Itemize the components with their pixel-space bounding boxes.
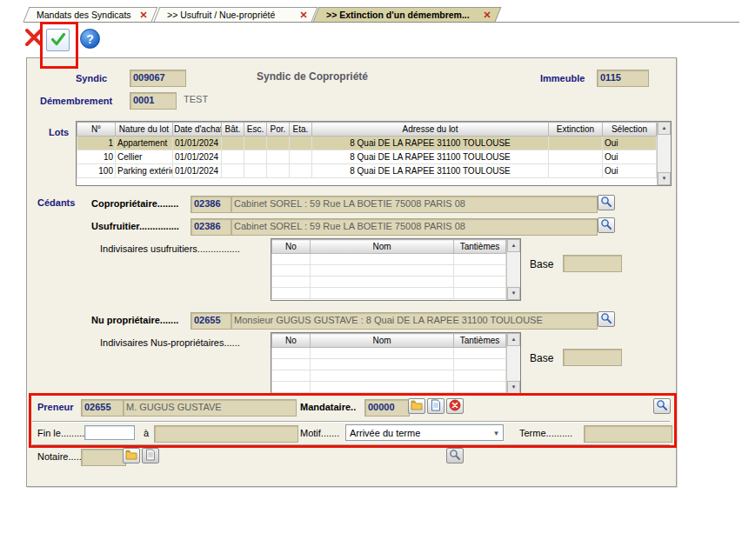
demembrement-name: TEST (184, 94, 208, 104)
preneur-name-field[interactable]: M. GUGUS GUSTAVE (123, 399, 297, 417)
mandataire-open-button[interactable] (408, 398, 425, 414)
scroll-down-icon[interactable]: ▼ (507, 381, 520, 394)
empty-cell (454, 277, 506, 288)
indiv-row[interactable] (272, 348, 506, 359)
usufruitier-label: Usufruitier............... (91, 221, 179, 231)
scroll-up-icon[interactable]: ▲ (507, 333, 520, 346)
lots-cell: 01/01/2024 (173, 150, 222, 164)
cancel-button[interactable] (22, 26, 46, 50)
indiv-nus-scrollbar[interactable]: ▲ ▼ (506, 333, 520, 394)
nu-proprietaire-label: Nu propriétaire....... (91, 315, 178, 325)
usufruitier-code-field[interactable]: 02386 (191, 218, 234, 236)
lots-cell: 1 (77, 137, 116, 150)
tab-extinction-demembrement[interactable]: >> Extinction d'un démembrem... (316, 7, 498, 22)
coproprietaire-label: Copropriétaire........ (91, 198, 178, 209)
help-button[interactable]: ? (80, 29, 100, 49)
scroll-up-icon[interactable]: ▲ (658, 122, 671, 135)
lots-cell: 8 Quai DE LA RAPEE 31100 TOULOUSE (312, 137, 549, 150)
scroll-up-icon[interactable]: ▲ (507, 239, 520, 252)
mandataire-delete-button[interactable] (446, 398, 464, 414)
lots-header-row: N° Nature du lot Date d'achat Bât. Esc. … (77, 123, 657, 137)
scroll-down-icon[interactable]: ▼ (507, 287, 520, 300)
notaire-document-button[interactable] (142, 448, 159, 463)
tab-close-icon[interactable] (484, 11, 491, 18)
tab-label: >> Extinction d'un démembrem... (326, 10, 470, 20)
preneur-code-field[interactable]: 02655 (81, 399, 126, 417)
base-usufruitiers-field[interactable] (563, 255, 622, 272)
mandataire-document-button[interactable] (427, 398, 445, 414)
demembrement-label: Démembrement (40, 96, 112, 106)
usufruitier-name-field[interactable]: Cabinet SOREL : 59 Rue LA BOETIE 75008 P… (231, 218, 598, 236)
lots-row[interactable]: 1 Appartement 01/01/2024 8 Quai DE LA RA… (77, 137, 657, 150)
tab-usufruit-nue-propriete[interactable]: >> Usufruit / Nue-propriété (157, 7, 315, 22)
lots-table: N° Nature du lot Date d'achat Bât. Esc. … (76, 121, 672, 186)
cedants-label: Cédants (37, 197, 75, 208)
a-label: à (144, 428, 149, 438)
lots-scrollbar[interactable]: ▲ ▼ (657, 122, 671, 185)
lots-row[interactable]: 10 Cellier 01/01/2024 8 Quai DE LA RAPEE… (77, 150, 657, 164)
fin-le-label: Fin le.......... (37, 428, 87, 438)
base-nus-field[interactable] (563, 349, 622, 366)
notaire-search-button[interactable] (446, 448, 464, 463)
lots-cell: 01/01/2024 (173, 137, 222, 150)
indiv-row[interactable] (272, 254, 506, 265)
indiv-row[interactable] (272, 382, 506, 393)
coproprietaire-code-field[interactable]: 02386 (191, 196, 234, 213)
lots-cell (549, 164, 603, 178)
tab-close-icon[interactable] (140, 11, 147, 18)
notaire-open-button[interactable] (123, 448, 140, 463)
magnifier-icon (600, 312, 612, 327)
notaire-code-field[interactable] (81, 449, 126, 466)
empty-cell (454, 265, 506, 277)
tab-close-icon[interactable] (300, 11, 307, 18)
mandataire-code-field[interactable]: 00000 (364, 399, 410, 417)
nu-proprietaire-name-field[interactable]: Monsieur GUGUS GUSTAVE : 8 Quai DE LA RA… (231, 312, 598, 330)
validate-button[interactable] (46, 29, 70, 51)
syndic-label: Syndic (76, 73, 107, 83)
tab-mandats-des-syndicats[interactable]: Mandats des Syndicats (26, 7, 155, 22)
coproprietaire-name-field[interactable]: Cabinet SOREL : 59 Rue LA BOETIE 75008 P… (231, 196, 598, 213)
preneur-search-button[interactable] (653, 398, 671, 414)
indiv-row[interactable] (272, 359, 506, 370)
indiv-row[interactable] (272, 265, 506, 277)
empty-cell (311, 288, 454, 299)
a-field[interactable] (154, 425, 298, 443)
immeuble-code-field[interactable]: 0115 (597, 70, 649, 87)
nu-proprietaire-code-field[interactable]: 02655 (191, 312, 234, 330)
empty-cell (272, 348, 311, 359)
indiv-col-nom: Nom (311, 240, 454, 254)
nu-proprietaire-search-button[interactable] (598, 311, 615, 327)
terme-field[interactable] (584, 425, 672, 443)
empty-cell (311, 359, 454, 370)
indiv-col-tantiemes: Tantièmes (454, 334, 506, 348)
lots-row[interactable]: 100 Parking extérie 01/01/2024 8 Quai DE… (77, 164, 657, 178)
document-icon (431, 399, 441, 414)
empty-cell (311, 265, 454, 277)
syndic-code-field[interactable]: 009067 (130, 70, 186, 87)
lots-cell: Oui (603, 164, 657, 178)
empty-cell (311, 370, 454, 382)
indiv-row[interactable] (272, 370, 506, 382)
fin-le-input[interactable] (84, 425, 135, 440)
delete-circle-icon (449, 399, 461, 414)
lots-cell (549, 137, 603, 150)
lots-cell: 100 (77, 164, 116, 178)
notaire-label: Notaire....... (37, 451, 87, 462)
scroll-down-icon[interactable]: ▼ (658, 172, 671, 185)
indiv-row[interactable] (272, 277, 506, 288)
demembrement-code-field[interactable]: 0001 (130, 92, 177, 110)
usufruitier-search-button[interactable] (598, 217, 615, 233)
indiv-row[interactable] (272, 288, 506, 299)
empty-cell (454, 359, 506, 370)
question-mark-icon: ? (86, 32, 94, 46)
coproprietaire-search-button[interactable] (598, 195, 615, 210)
lots-cell: Parking extérie (116, 164, 173, 178)
magnifier-icon (600, 218, 612, 233)
document-icon (145, 449, 156, 463)
motif-dropdown[interactable]: Arrivée du terme ▾ (345, 424, 504, 441)
indiv-col-no: No (272, 334, 311, 348)
indiv-usufruitiers-scrollbar[interactable]: ▲ ▼ (506, 239, 520, 300)
lots-cell: 10 (77, 150, 116, 164)
lots-cell (222, 137, 244, 150)
terme-label: Terme.......... (519, 428, 572, 438)
